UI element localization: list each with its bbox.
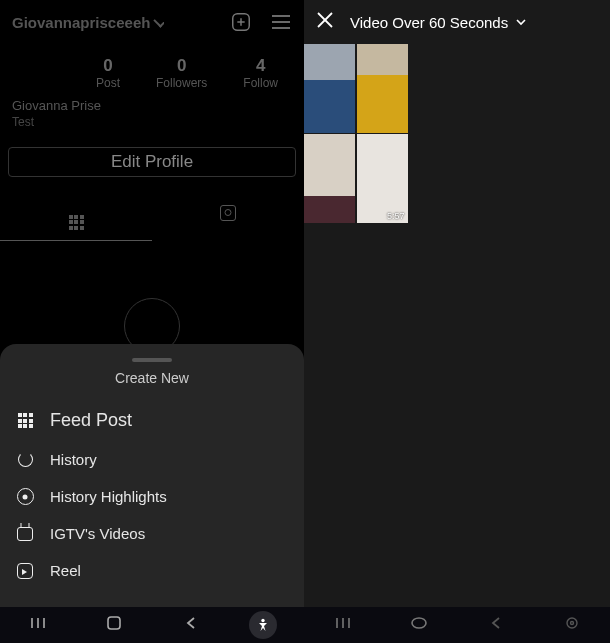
stat-count: 0: [96, 56, 120, 76]
grid-icon: [14, 413, 36, 428]
stat-label: Post: [96, 76, 120, 90]
video-thumbnail[interactable]: [304, 134, 355, 223]
stat-followers[interactable]: 0 Followers: [156, 56, 207, 90]
picker-header: Video Over 60 Seconds: [304, 0, 610, 44]
profile-pane: Giovannaprisceeeh 0 Post: [0, 0, 304, 643]
duration-badge: 5:57: [387, 211, 405, 221]
sheet-item-label: IGTV's Videos: [50, 525, 145, 542]
sheet-item-label: Reel: [50, 562, 81, 579]
chevron-down-icon: [154, 17, 164, 27]
stat-count: 4: [243, 56, 278, 76]
grid-icon: [69, 215, 84, 230]
sheet-title: Create New: [0, 370, 304, 386]
bio: Test: [0, 115, 304, 137]
rotate-button[interactable]: [401, 616, 437, 634]
chevron-down-icon: [516, 17, 526, 27]
svg-point-18: [570, 622, 573, 625]
header-actions: [230, 11, 292, 33]
recents-button-2[interactable]: [325, 616, 361, 634]
back-button-2[interactable]: [478, 616, 514, 634]
target-icon: [14, 488, 36, 505]
sheet-item-label: History Highlights: [50, 488, 167, 505]
display-name: Giovanna Prise: [0, 98, 304, 115]
video-thumbnail[interactable]: 5:57: [357, 134, 408, 223]
filter-label: Video Over 60 Seconds: [350, 14, 508, 31]
create-icon[interactable]: [230, 11, 252, 33]
recents-button[interactable]: [20, 616, 56, 634]
sheet-item-reel[interactable]: Reel: [0, 552, 304, 589]
stat-count: 0: [156, 56, 207, 76]
reel-icon: [14, 563, 36, 579]
hamburger-icon[interactable]: [270, 13, 292, 31]
video-grid: 5:57: [304, 44, 408, 223]
profile-header: Giovannaprisceeeh: [0, 0, 304, 44]
sheet-item-label: Feed Post: [50, 410, 132, 431]
svg-point-12: [261, 619, 264, 622]
svg-point-17: [567, 618, 577, 628]
stat-following[interactable]: 4 Follow: [243, 56, 278, 90]
stat-posts[interactable]: 0 Post: [96, 56, 120, 90]
sheet-item-feed-post[interactable]: Feed Post: [0, 400, 304, 441]
close-icon[interactable]: [316, 11, 334, 34]
username: Giovannaprisceeeh: [12, 14, 150, 31]
stats-row: 0 Post 0 Followers 4 Follow: [0, 44, 304, 98]
tv-icon: [14, 527, 36, 541]
svg-point-16: [412, 618, 426, 628]
stat-label: Followers: [156, 76, 207, 90]
sheet-item-igtv[interactable]: IGTV's Videos: [0, 515, 304, 552]
tab-grid[interactable]: [0, 195, 152, 241]
sheet-item-label: History: [50, 451, 97, 468]
sheet-item-history[interactable]: History: [0, 441, 304, 478]
tab-tagged[interactable]: [152, 195, 304, 241]
edit-profile-button[interactable]: Edit Profile: [8, 147, 296, 177]
video-picker-pane: Video Over 60 Seconds 5:57: [304, 0, 610, 643]
system-nav: [0, 607, 610, 643]
home-button[interactable]: [96, 615, 132, 635]
settings-gear-icon[interactable]: [554, 615, 590, 635]
create-new-sheet: Create New Feed Post History History Hig…: [0, 344, 304, 607]
username-dropdown[interactable]: Giovannaprisceeeh: [12, 14, 164, 31]
svg-rect-11: [108, 617, 120, 629]
spinner-icon: [14, 452, 36, 467]
tagged-icon: [220, 205, 236, 221]
sheet-item-highlights[interactable]: History Highlights: [0, 478, 304, 515]
back-button[interactable]: [173, 616, 209, 634]
video-thumbnail[interactable]: [357, 44, 408, 133]
sheet-handle[interactable]: [132, 358, 172, 362]
video-thumbnail[interactable]: [304, 44, 355, 133]
accessibility-button[interactable]: [249, 611, 285, 639]
stat-label: Follow: [243, 76, 278, 90]
video-filter-dropdown[interactable]: Video Over 60 Seconds: [350, 14, 526, 31]
profile-tabs: [0, 195, 304, 241]
